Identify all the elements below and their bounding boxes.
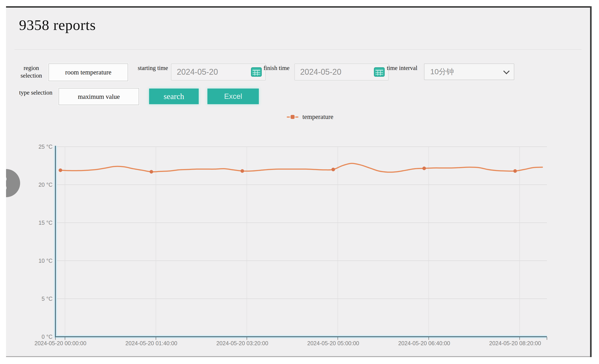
- data-point-marker[interactable]: [59, 168, 62, 172]
- x-axis-label: 2024-05-20 05:00:00: [307, 340, 359, 346]
- handle-dot-icon: [6, 186, 7, 189]
- x-axis-label: 2024-05-20 08:20:00: [489, 340, 541, 346]
- screen: 9358 reports region selection room tempe…: [0, 0, 599, 364]
- series-temperature: [59, 163, 542, 174]
- frame-right-border: [590, 6, 592, 357]
- temperature-line-chart: 0 °C5 °C10 °C15 °C20 °C25 °C2024-05-20 0…: [6, 8, 590, 356]
- data-point-marker[interactable]: [150, 170, 153, 174]
- x-axis-label: 2024-05-20 03:20:00: [216, 340, 268, 346]
- y-axis-label: 25 °C: [38, 143, 53, 150]
- y-axis-label: 15 °C: [38, 220, 53, 226]
- x-axis-label: 2024-05-20 06:40:00: [398, 340, 450, 346]
- grid-lines: [56, 147, 547, 337]
- axes: [54, 146, 547, 340]
- x-axis-label: 2024-05-20 00:00:00: [35, 340, 86, 346]
- y-axis-label: 20 °C: [38, 182, 53, 188]
- y-axis-label: 5 °C: [42, 296, 53, 302]
- frame-bottom-border: [6, 356, 590, 357]
- y-axis-label: 10 °C: [38, 257, 53, 264]
- y-axis-label: 0 °C: [42, 334, 53, 340]
- report-panel: 9358 reports region selection room tempe…: [6, 8, 590, 356]
- temperature-chart-canvas[interactable]: 0 °C5 °C10 °C15 °C20 °C25 °C2024-05-20 0…: [6, 8, 590, 356]
- handle-dot-icon: [6, 178, 7, 180]
- x-axis-label: 2024-05-20 01:40:00: [125, 340, 177, 346]
- data-point-marker[interactable]: [240, 169, 244, 173]
- data-point-marker[interactable]: [331, 168, 335, 171]
- axis-tick-labels: 0 °C5 °C10 °C15 °C20 °C25 °C2024-05-20 0…: [35, 143, 541, 346]
- data-point-marker[interactable]: [513, 169, 517, 173]
- data-point-marker[interactable]: [423, 167, 426, 170]
- temperature-line: [60, 163, 542, 172]
